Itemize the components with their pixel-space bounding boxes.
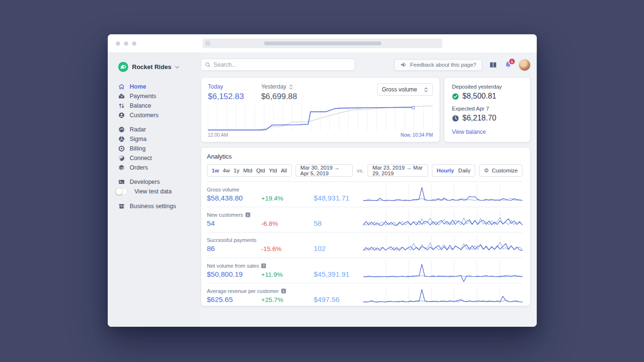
x-axis-start-label: 12:00 AM bbox=[208, 132, 228, 138]
sidebar-item-label: Business settings bbox=[130, 203, 176, 210]
metric-previous-value: 58 bbox=[314, 219, 322, 227]
metric-change: -6.8% bbox=[261, 220, 314, 227]
docs-button[interactable] bbox=[489, 61, 497, 69]
sidebar-item-label: Developers bbox=[130, 179, 160, 185]
preset-all[interactable]: All bbox=[281, 168, 287, 173]
metric-current-value: $625.65 bbox=[207, 295, 261, 303]
notifications-button[interactable]: 1 bbox=[504, 61, 512, 69]
address-bar[interactable] bbox=[203, 39, 442, 48]
yesterday-block: Yesterday $6,699.88 bbox=[261, 83, 297, 101]
date-range-comparison[interactable]: Mar 23, 2019 → Mar 29, 2019 bbox=[368, 164, 428, 177]
feedback-button[interactable]: Feedback about this page? bbox=[395, 60, 482, 70]
toggle-knob bbox=[116, 188, 123, 195]
close-window-button[interactable] bbox=[116, 41, 120, 46]
granularity-hourly[interactable]: Hourly bbox=[437, 168, 454, 173]
view-balance-link[interactable]: View balance bbox=[452, 129, 522, 135]
today-value: $6,152.83 bbox=[208, 92, 244, 101]
account-switcher[interactable]: Rocket Rides bbox=[118, 62, 200, 72]
info-icon[interactable]: i bbox=[261, 263, 266, 268]
preset-qtd[interactable]: Qtd bbox=[256, 168, 265, 173]
metric-sparkline bbox=[363, 185, 522, 204]
rocket-rides-logo-icon bbox=[118, 62, 128, 72]
gear-icon: ⚙ bbox=[484, 168, 489, 173]
metric-info: Successful payments i 86 -15.6% 102 bbox=[207, 237, 363, 252]
nav-group-main: Home Payments Balance bbox=[118, 82, 200, 120]
analytics-card: Analytics 1w 4w 1y Mtd Qtd Ytd All Mar 3… bbox=[201, 148, 530, 306]
search bbox=[201, 59, 355, 70]
zoom-window-button[interactable] bbox=[132, 41, 136, 46]
sidebar-item-billing[interactable]: Billing bbox=[118, 144, 200, 153]
payments-icon bbox=[118, 93, 125, 100]
granularity-daily[interactable]: Daily bbox=[458, 168, 470, 173]
sidebar-item-connect[interactable]: Connect bbox=[118, 153, 200, 163]
metric-current-value: $50,800.19 bbox=[207, 270, 261, 278]
topbar: Feedback about this page? bbox=[201, 59, 530, 70]
sidebar-item-customers[interactable]: Customers bbox=[118, 111, 200, 120]
customize-button[interactable]: ⚙ Customize bbox=[479, 164, 522, 177]
sidebar-item-label: Home bbox=[130, 83, 146, 90]
sidebar-item-label: Customers bbox=[130, 112, 158, 119]
metric-row-net-volume[interactable]: Net volume from sales i $50,800.19 +11.9… bbox=[207, 258, 522, 283]
sidebar-item-business-settings[interactable]: Business settings bbox=[118, 201, 200, 211]
sidebar-item-label: Radar bbox=[130, 126, 146, 133]
desktop-background: Rocket Rides Home bbox=[0, 0, 644, 362]
sidebar-item-sigma[interactable]: Sigma bbox=[118, 134, 200, 144]
preset-ytd[interactable]: Ytd bbox=[269, 168, 277, 173]
sidebar-item-label: Balance bbox=[130, 102, 151, 109]
search-input[interactable] bbox=[201, 59, 355, 70]
notification-badge: 1 bbox=[509, 59, 515, 64]
yesterday-value: $6,699.88 bbox=[261, 92, 297, 101]
book-icon bbox=[489, 61, 497, 69]
sidebar-item-label: Connect bbox=[130, 155, 152, 161]
sidebar-item-label: Orders bbox=[130, 164, 148, 171]
megaphone-icon bbox=[400, 62, 407, 68]
metric-previous-value: $48,931.71 bbox=[314, 194, 349, 202]
overview-row: Today $6,152.83 Yesterday $ bbox=[201, 78, 530, 142]
topbar-actions: Feedback about this page? bbox=[395, 60, 530, 70]
sidebar-item-label: Billing bbox=[130, 145, 145, 152]
chevron-down-icon bbox=[175, 66, 179, 69]
metric-sparkline bbox=[363, 235, 522, 254]
metric-change: +25.7% bbox=[261, 296, 314, 303]
sidebar-item-payments[interactable]: Payments bbox=[118, 91, 200, 101]
metric-previous-value: 102 bbox=[314, 244, 326, 252]
metric-current-value: $58,438.80 bbox=[207, 194, 261, 202]
app-content: Rocket Rides Home bbox=[108, 52, 537, 327]
info-icon[interactable]: i bbox=[281, 289, 286, 293]
sidebar-item-developers[interactable]: Developers bbox=[118, 177, 200, 187]
analytics-title: Analytics bbox=[207, 153, 522, 160]
metric-select[interactable]: Gross volume bbox=[377, 83, 433, 96]
nav-group-settings: Business settings bbox=[118, 201, 200, 211]
preset-1w[interactable]: 1w bbox=[212, 168, 219, 173]
range-preset-group: 1w 4w 1y Mtd Qtd Ytd All bbox=[207, 164, 292, 177]
test-data-toggle[interactable] bbox=[116, 188, 127, 195]
metric-row-successful-payments[interactable]: Successful payments i 86 -15.6% 102 bbox=[207, 232, 522, 258]
date-range-primary[interactable]: Mar 30, 2019 → Apr 5, 2019 bbox=[296, 164, 353, 177]
preset-4w[interactable]: 4w bbox=[223, 168, 230, 173]
sort-updown-icon[interactable] bbox=[289, 84, 293, 90]
metric-info: Average revenue per customer i $625.65 +… bbox=[207, 288, 363, 303]
metric-sparkline bbox=[363, 261, 522, 280]
today-block: Today $6,152.83 bbox=[208, 83, 244, 101]
metric-change: +11.9% bbox=[261, 271, 314, 278]
sidebar-item-balance[interactable]: Balance bbox=[118, 101, 200, 111]
minimize-window-button[interactable] bbox=[124, 41, 128, 46]
info-icon[interactable]: i bbox=[245, 212, 250, 217]
preset-1y[interactable]: 1y bbox=[234, 168, 239, 173]
metric-row-average-revenue[interactable]: Average revenue per customer i $625.65 +… bbox=[207, 283, 522, 306]
sidebar-item-radar[interactable]: Radar bbox=[118, 125, 200, 134]
overview-card: Today $6,152.83 Yesterday $ bbox=[201, 78, 440, 142]
deposited-label: Deposited yesterday bbox=[452, 84, 522, 90]
metric-row-gross-volume[interactable]: Gross volume i $58,438.80 +19.4% $48,931… bbox=[207, 182, 522, 207]
sidebar-item-view-test-data[interactable]: View test data bbox=[118, 187, 200, 196]
analytics-controls: 1w 4w 1y Mtd Qtd Ytd All Mar 30, 2019 → … bbox=[207, 164, 522, 177]
chart-endpoint-marker bbox=[411, 106, 415, 109]
metric-row-new-customers[interactable]: New customers i 54 -6.8% 58 bbox=[207, 207, 522, 232]
sidebar-item-orders[interactable]: Orders bbox=[118, 163, 200, 172]
sidebar-item-home[interactable]: Home bbox=[118, 82, 200, 91]
favicon-placeholder bbox=[205, 41, 210, 46]
billing-icon bbox=[118, 145, 125, 152]
metric-previous-value: $45,391.91 bbox=[314, 270, 349, 278]
preset-mtd[interactable]: Mtd bbox=[243, 168, 252, 173]
user-avatar[interactable] bbox=[519, 60, 530, 70]
